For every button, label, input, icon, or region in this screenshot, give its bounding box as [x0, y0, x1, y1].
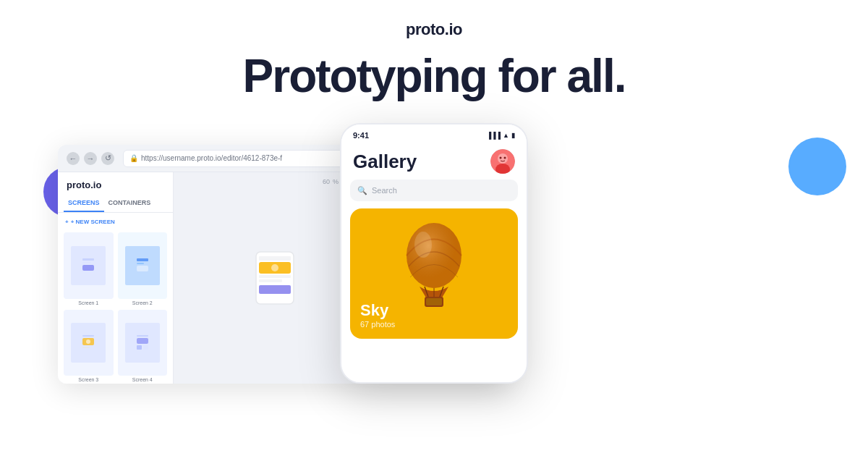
phone-header: Gallery [341, 146, 527, 180]
screen-thumb-3[interactable]: Screen 3 [64, 310, 114, 382]
battery-icon: ▮ [511, 132, 515, 139]
nav-forward-button[interactable]: → [84, 152, 97, 165]
sidebar-tabs: SCREENS CONTAINERS [58, 195, 173, 213]
screenshots-area: ← → ↺ 🔒 https://username.proto.io/editor… [0, 123, 868, 384]
svg-point-24 [500, 157, 502, 159]
hot-air-balloon-icon [394, 216, 474, 310]
svg-rect-18 [259, 275, 291, 278]
nav-back-button[interactable]: ← [67, 152, 80, 165]
screen-thumb-4[interactable]: Screen 4 [118, 310, 168, 382]
header: proto.io Prototyping for all. [243, 0, 626, 101]
search-icon: 🔍 [357, 186, 367, 195]
balloon-container [394, 216, 474, 310]
svg-rect-19 [259, 279, 282, 282]
svg-point-8 [86, 339, 90, 344]
svg-rect-12 [137, 345, 142, 350]
tab-containers[interactable]: CONTAINERS [104, 195, 156, 212]
screen-4-label: Screen 4 [118, 376, 168, 382]
svg-rect-6 [82, 335, 94, 337]
screen-1-label: Screen 1 [64, 299, 114, 305]
url-text: https://username.proto.io/editor/4612-87… [141, 154, 282, 162]
svg-rect-1 [82, 262, 91, 263]
phone-mockup: 9:41 ▐▐▐ ▲ ▮ Gallery [340, 123, 528, 384]
svg-point-17 [271, 264, 278, 271]
svg-rect-3 [137, 258, 148, 261]
svg-rect-20 [259, 285, 291, 294]
gallery-card-title: Sky [360, 301, 508, 320]
screen-1-preview [71, 246, 106, 286]
phone-gallery-title: Gallery [353, 151, 417, 173]
svg-point-27 [407, 223, 461, 288]
svg-rect-15 [259, 256, 291, 261]
svg-rect-9 [82, 347, 90, 348]
wifi-icon: ▲ [503, 132, 509, 139]
gallery-card-subtitle: 67 photos [360, 320, 508, 329]
screen-grid: Screen 1 [58, 228, 173, 384]
tab-screens[interactable]: SCREENS [64, 195, 104, 212]
phone-search-bar[interactable]: 🔍 Search [350, 180, 518, 201]
phone-avatar [490, 149, 515, 174]
screen-4-preview [125, 323, 160, 363]
phone-gallery-card[interactable]: Sky 67 photos [350, 208, 518, 339]
nav-refresh-button[interactable]: ↺ [101, 152, 114, 165]
svg-point-28 [414, 232, 432, 258]
screen-3-label: Screen 3 [64, 376, 114, 382]
phone-status-bar: 9:41 ▐▐▐ ▲ ▮ [341, 124, 527, 146]
phone-status-icons: ▐▐▐ ▲ ▮ [487, 132, 515, 139]
svg-rect-5 [137, 266, 148, 271]
hero-title: Prototyping for all. [243, 51, 626, 101]
phone-search-placeholder: Search [372, 186, 397, 195]
lock-icon: 🔒 [129, 154, 138, 162]
deco-circle-blue [788, 138, 846, 195]
screen-2-preview [125, 246, 160, 286]
svg-rect-13 [143, 345, 148, 350]
svg-rect-2 [82, 265, 94, 271]
svg-rect-10 [137, 335, 148, 337]
svg-rect-0 [82, 258, 94, 261]
new-screen-button[interactable]: + + NEW SCREEN [58, 213, 173, 228]
screen-thumb-1[interactable]: Screen 1 [64, 232, 114, 305]
editor-logo: proto.io [58, 172, 173, 195]
plus-icon: + [65, 219, 69, 225]
phone-time: 9:41 [353, 131, 369, 140]
svg-rect-11 [137, 338, 148, 344]
screen-3-preview [71, 323, 106, 363]
editor-sidebar: proto.io SCREENS CONTAINERS + + NEW SCRE… [58, 172, 174, 384]
screen-thumb-2[interactable]: Screen 2 [118, 232, 168, 305]
logo: proto.io [243, 20, 626, 39]
svg-rect-4 [137, 263, 144, 264]
screen-2-label: Screen 2 [118, 299, 168, 305]
signal-icon: ▐▐▐ [487, 132, 501, 139]
canvas-phone-preview [253, 249, 297, 307]
svg-point-25 [504, 157, 506, 159]
svg-point-22 [498, 153, 508, 164]
